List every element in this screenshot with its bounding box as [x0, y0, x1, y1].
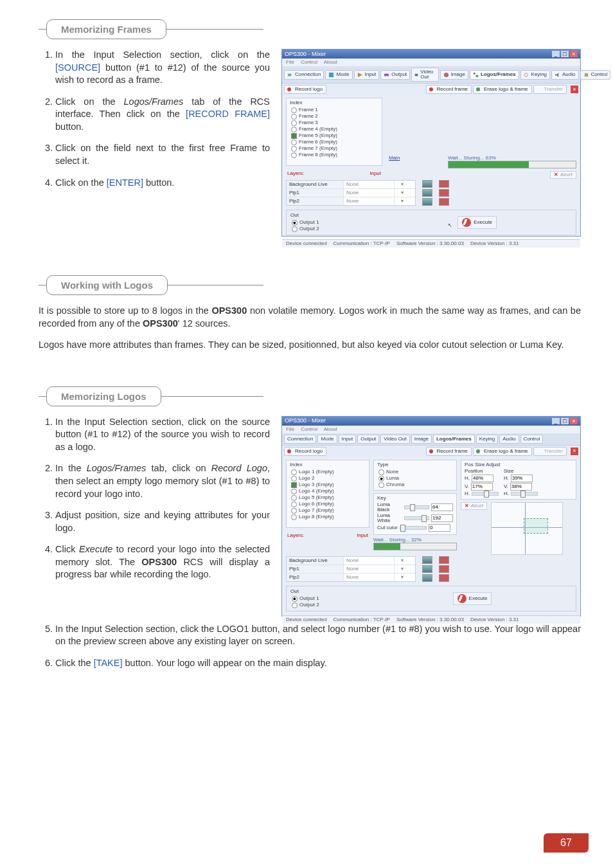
- tab-audio[interactable]: Audio: [551, 70, 578, 80]
- grid-dd[interactable]: ▾: [394, 565, 410, 573]
- tab-output[interactable]: Output: [357, 435, 379, 444]
- tab-mode[interactable]: Mode: [317, 435, 337, 444]
- subtab-record-logo[interactable]: Record logo: [284, 447, 326, 456]
- window-controls[interactable]: _□×: [551, 418, 578, 424]
- menu-about[interactable]: About: [324, 59, 337, 65]
- execute-button[interactable]: Execute: [458, 216, 497, 229]
- row-pip2[interactable]: Pip2: [287, 197, 343, 205]
- luma-white-slider[interactable]: [404, 516, 429, 520]
- subtab-erase[interactable]: Erase logo & frame: [473, 447, 531, 456]
- luma-black-value[interactable]: [431, 503, 453, 511]
- logo-3[interactable]: Logo 3 (Empty): [290, 482, 366, 488]
- subtab-erase[interactable]: Erase logo & frame: [473, 85, 531, 94]
- h-label3: H.: [504, 491, 509, 496]
- grid-value[interactable]: None: [343, 197, 394, 205]
- tab-output[interactable]: Output: [380, 70, 410, 80]
- abort-button[interactable]: ✕Abort: [550, 171, 576, 179]
- tab-keying[interactable]: Keying: [476, 435, 498, 444]
- execute-button[interactable]: Execute: [453, 592, 492, 605]
- row-pip1[interactable]: Pip1: [287, 189, 343, 197]
- subtab-transfer[interactable]: Transfer: [533, 85, 567, 94]
- grid-value[interactable]: None: [343, 189, 394, 197]
- type-none[interactable]: None: [377, 469, 453, 475]
- pos-v[interactable]: [471, 483, 493, 491]
- grid-dd[interactable]: ▾: [394, 574, 410, 581]
- menu-file[interactable]: File: [286, 59, 294, 65]
- subtab-record-frame[interactable]: Record frame: [426, 85, 472, 94]
- subtab-transfer[interactable]: Transfer: [533, 447, 567, 456]
- tab-logos-frames[interactable]: Logos/Frames: [433, 435, 475, 444]
- size-v[interactable]: [510, 483, 532, 491]
- tab-image[interactable]: Image: [440, 70, 468, 80]
- pos-h-slider[interactable]: [472, 492, 499, 496]
- logo-4[interactable]: Logo 4 (Empty): [290, 488, 366, 494]
- close-panel-button[interactable]: ×: [571, 86, 578, 93]
- luma-white-value[interactable]: [431, 514, 453, 522]
- logo-5[interactable]: Logo 5 (Empty): [290, 494, 366, 501]
- grid-dd[interactable]: ▾: [394, 189, 410, 197]
- output-2[interactable]: Output 2: [290, 226, 368, 232]
- frame-3[interactable]: Frame 3: [290, 120, 378, 126]
- cut-color-value[interactable]: [429, 524, 450, 532]
- size-h-slider[interactable]: [511, 492, 538, 496]
- abort-button[interactable]: ✕Abort: [461, 502, 487, 510]
- logo-6[interactable]: Logo 6 (Empty): [290, 501, 366, 507]
- frame-7[interactable]: Frame 7 (Empty): [290, 145, 378, 152]
- menubar[interactable]: File Control About: [282, 59, 580, 66]
- cut-color-slider[interactable]: [400, 526, 427, 530]
- frame-4[interactable]: Frame 4 (Empty): [290, 126, 378, 132]
- tab-control[interactable]: Control: [520, 435, 544, 444]
- tab-connection[interactable]: Connection: [284, 70, 324, 80]
- tab-video-out[interactable]: Video Out: [380, 435, 409, 444]
- tab-video-out[interactable]: Video Out: [411, 68, 438, 82]
- tab-keying[interactable]: Keying: [520, 70, 550, 80]
- tab-label: Video Out: [420, 69, 435, 80]
- output-1[interactable]: Output 1: [290, 595, 368, 602]
- menu-about[interactable]: About: [324, 426, 337, 432]
- subtab-record-logo[interactable]: Record logo: [284, 85, 326, 94]
- window-controls[interactable]: _□×: [551, 51, 578, 57]
- logo-2[interactable]: Logo 2: [290, 475, 366, 482]
- grid-dd[interactable]: ▾: [394, 181, 410, 188]
- size-h[interactable]: [511, 475, 533, 482]
- logo-preview[interactable]: [491, 502, 563, 555]
- close-panel-button[interactable]: ×: [571, 448, 578, 455]
- frame-8[interactable]: Frame 8 (Empty): [290, 152, 378, 158]
- tab-connection[interactable]: Connection: [284, 435, 316, 444]
- output-2[interactable]: Output 2: [290, 602, 368, 608]
- grid-value[interactable]: None: [343, 574, 394, 581]
- menubar[interactable]: File Control About: [282, 426, 580, 433]
- output-1[interactable]: Output 1: [290, 219, 368, 226]
- grid-dd[interactable]: ▾: [394, 557, 410, 565]
- frame-5[interactable]: Frame 5 (Empty): [290, 132, 378, 139]
- tab-input[interactable]: Input: [354, 70, 380, 80]
- tab-input[interactable]: Input: [339, 435, 357, 444]
- frame-2[interactable]: Frame 2: [290, 113, 378, 120]
- tab-logos-frames[interactable]: Logos/Frames: [470, 70, 519, 80]
- menu-control[interactable]: Control: [301, 426, 317, 432]
- row-bg-live[interactable]: Background Live: [287, 181, 343, 188]
- tab-audio[interactable]: Audio: [499, 435, 519, 444]
- frame-1[interactable]: Frame 1: [290, 107, 378, 113]
- grid-value[interactable]: None: [343, 181, 394, 188]
- row-pip1[interactable]: Pip1: [287, 565, 343, 573]
- menu-control[interactable]: Control: [301, 59, 317, 65]
- type-chroma[interactable]: Chroma: [377, 482, 453, 488]
- type-luma[interactable]: Luma: [377, 475, 453, 482]
- pos-h[interactable]: [472, 475, 493, 482]
- grid-value[interactable]: None: [343, 565, 394, 573]
- tab-image[interactable]: Image: [411, 435, 432, 444]
- logo-1[interactable]: Logo 1 (Empty): [290, 469, 366, 475]
- subtab-record-frame[interactable]: Record frame: [426, 447, 472, 456]
- row-pip2[interactable]: Pip2: [287, 574, 343, 581]
- logo-7[interactable]: Logo 7 (Empty): [290, 507, 366, 514]
- grid-dd[interactable]: ▾: [394, 197, 410, 205]
- row-bg-live[interactable]: Background Live: [287, 557, 343, 565]
- tab-control[interactable]: Control: [580, 70, 611, 80]
- frame-6[interactable]: Frame 6 (Empty): [290, 139, 378, 145]
- tab-mode[interactable]: Mode: [325, 70, 352, 80]
- grid-value[interactable]: None: [343, 557, 394, 565]
- luma-black-slider[interactable]: [404, 505, 429, 509]
- menu-file[interactable]: File: [286, 426, 294, 432]
- logo-8[interactable]: Logo 8 (Empty): [290, 514, 366, 520]
